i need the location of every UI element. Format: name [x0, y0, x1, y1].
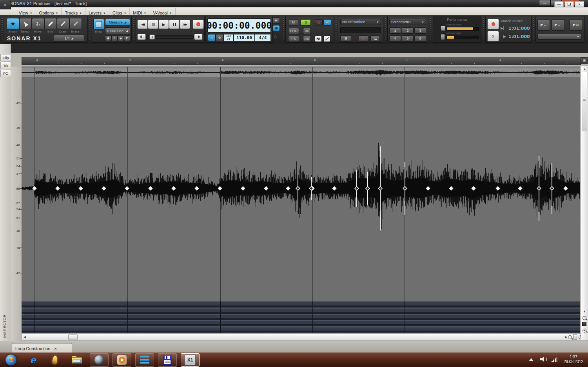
- sample-rate-display[interactable]: 19224: [223, 34, 234, 41]
- scroll-up-icon[interactable]: ▲: [583, 67, 586, 71]
- module-grip[interactable]: [385, 18, 386, 40]
- draw-resolution-dropdown[interactable]: 1/4◢: [54, 35, 84, 42]
- module-grip[interactable]: [2, 18, 3, 40]
- screenset-3-button[interactable]: 3: [414, 27, 426, 34]
- screenset-2-button[interactable]: 2: [402, 27, 414, 34]
- volume-icon[interactable]: [540, 356, 547, 362]
- record-automation-button[interactable]: R!: [315, 36, 322, 42]
- hscroll-thumb[interactable]: [68, 334, 78, 340]
- time-ruler[interactable]: 345678: [22, 57, 581, 65]
- inspector-tab-trk[interactable]: Trk: [0, 62, 11, 69]
- add-track-button[interactable]: ⊕: [581, 57, 588, 64]
- punch-in-time[interactable]: 1:01:000: [508, 26, 530, 31]
- surface-properties-button[interactable]: ☰: [340, 35, 351, 42]
- snap-opt-3-button[interactable]: ◆: [118, 35, 124, 41]
- start-button[interactable]: [2, 354, 20, 366]
- internet-explorer-button[interactable]: e: [24, 354, 42, 366]
- draw-tool-button[interactable]: [57, 18, 69, 29]
- zoom-fit-button[interactable]: [582, 322, 587, 327]
- play-button[interactable]: ▶: [158, 20, 169, 29]
- automation-write-button[interactable]: [323, 36, 330, 42]
- empty-track-lanes[interactable]: [22, 301, 580, 333]
- scroll-right-icon[interactable]: ▶: [565, 335, 567, 339]
- time-display[interactable]: 00:00:00.000: [207, 18, 271, 33]
- select-tool-button[interactable]: [19, 18, 32, 29]
- go-to-start-button[interactable]: ◀▏: [137, 34, 146, 40]
- module-grip[interactable]: [533, 18, 534, 40]
- module-grip[interactable]: [430, 18, 431, 40]
- save-app-button[interactable]: [158, 353, 177, 367]
- record-button[interactable]: [192, 20, 204, 29]
- add-marker-button[interactable]: ◤⊞: [570, 20, 582, 31]
- mute-button[interactable]: M: [288, 19, 298, 25]
- fast-forward-button[interactable]: ▶▶: [180, 20, 190, 29]
- h-zoom-slider[interactable]: [573, 334, 577, 340]
- bounce-button[interactable]: ‹B›: [303, 28, 311, 34]
- punch-out-time[interactable]: 1:01:000: [508, 34, 530, 39]
- child-restore-button[interactable]: [564, 1, 574, 7]
- screenset-dropdown[interactable]: Screenset01▼: [389, 19, 426, 25]
- ctrl-surface-value-field[interactable]: [340, 27, 381, 33]
- inspector-tab-pc[interactable]: PC: [0, 70, 11, 77]
- expand-inspector-button[interactable]: »: [0, 0, 11, 9]
- solo-button[interactable]: S: [301, 19, 311, 25]
- vscroll-thumb[interactable]: [582, 72, 587, 131]
- clock[interactable]: 1:37 29.08.2012: [564, 355, 583, 364]
- snap-mode-dropdown[interactable]: Measure◢: [105, 19, 130, 25]
- snap-opt-1-button[interactable]: ⬟: [105, 35, 111, 41]
- arm-record-button[interactable]: [315, 19, 323, 25]
- audio-engine-button[interactable]: ∿: [208, 34, 216, 41]
- record-mode-button[interactable]: [273, 25, 280, 31]
- tempo-display[interactable]: 110.00: [234, 34, 255, 41]
- track-overview-strip[interactable]: [22, 67, 580, 78]
- loop-button[interactable]: ⟳: [487, 31, 499, 42]
- screenset-1-button[interactable]: 1: [389, 27, 401, 34]
- rewind-button[interactable]: ◀◀: [137, 20, 148, 29]
- snap-button[interactable]: [93, 19, 104, 30]
- pdc-button[interactable]: PDC: [288, 28, 299, 34]
- child-minimize-button[interactable]: —: [554, 1, 564, 7]
- snap-amount-dropdown[interactable]: 0.000 Sec.◢: [105, 27, 130, 34]
- position-slider-track[interactable]: [147, 35, 194, 39]
- metronome-off-button[interactable]: ⊘: [216, 34, 223, 41]
- flame-app-button[interactable]: [46, 354, 64, 366]
- screenset-5-button[interactable]: 5: [402, 35, 414, 42]
- media-player-button[interactable]: [113, 353, 131, 367]
- screenset-4-button[interactable]: 4: [389, 35, 401, 42]
- horizontal-scrollbar[interactable]: ◀: [22, 333, 564, 341]
- input-echo-button[interactable]: ●⟩: [323, 19, 331, 25]
- vertical-scrollbar[interactable]: ▲ ▼ − +: [581, 66, 588, 341]
- scroll-down-icon[interactable]: ▼: [583, 310, 586, 313]
- expand-transport-button[interactable]: ▶: [273, 17, 280, 24]
- go-to-end-button[interactable]: ▕▶: [194, 34, 203, 40]
- surface-lock-button[interactable]: ▪⬓: [370, 35, 380, 42]
- zoom-in-v-button[interactable]: +: [582, 328, 587, 333]
- marker-dropdown[interactable]: ▼: [537, 34, 581, 40]
- fx-button[interactable]: FX: [288, 36, 299, 42]
- zoom-out-v-button[interactable]: −: [582, 315, 587, 320]
- snap-opt-4-button[interactable]: ◤: [124, 35, 130, 41]
- database-app-button[interactable]: [135, 353, 154, 367]
- sonar-x1-taskbar-button[interactable]: X1: [181, 353, 200, 367]
- tab-loop-construction[interactable]: Loop Construction ×: [12, 343, 72, 353]
- ctrl-surface-dropdown[interactable]: No ctrl surface▼: [340, 19, 381, 25]
- pause-button[interactable]: [169, 20, 180, 29]
- minimize-button[interactable]: —: [539, 0, 550, 6]
- metronome-bell-icon[interactable]: △: [274, 34, 277, 39]
- module-grip[interactable]: [336, 18, 337, 40]
- screenset-6-button[interactable]: 6: [414, 35, 426, 42]
- prev-marker-button[interactable]: ◤←: [537, 20, 550, 31]
- scroll-left-icon[interactable]: ◀: [24, 335, 26, 339]
- move-tool-button[interactable]: ↔↕: [32, 18, 44, 29]
- module-grip[interactable]: [483, 18, 484, 40]
- module-grip[interactable]: [283, 18, 284, 40]
- edit-tool-button[interactable]: [44, 18, 57, 29]
- globe-browser-button[interactable]: [90, 353, 109, 367]
- module-grip[interactable]: [133, 18, 134, 40]
- next-marker-button[interactable]: ◤→: [552, 20, 564, 31]
- surface-learn-button[interactable]: ▪L: [359, 35, 368, 42]
- smart-tool-button[interactable]: ★: [7, 18, 19, 29]
- stop-button[interactable]: [148, 20, 158, 29]
- position-slider-thumb[interactable]: [149, 34, 155, 40]
- dim-button[interactable]: DIM: [303, 36, 311, 42]
